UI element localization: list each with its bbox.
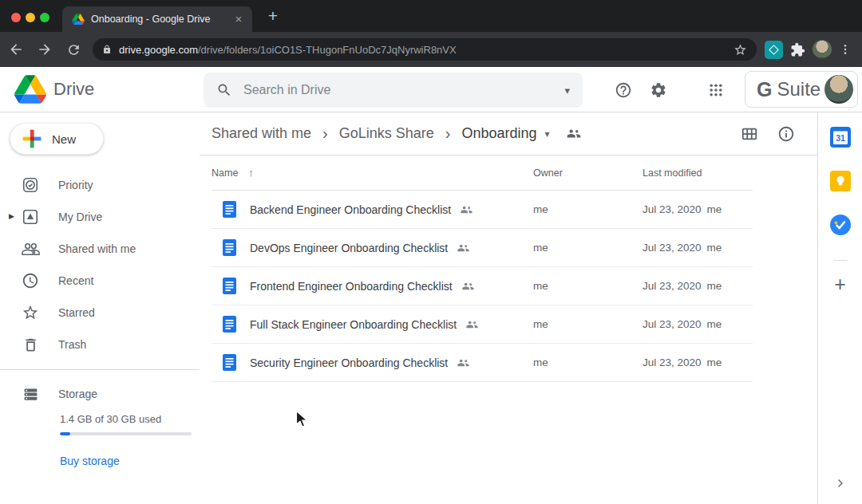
forward-icon[interactable] bbox=[32, 37, 57, 62]
sidebar-item-priority[interactable]: Priority bbox=[0, 169, 200, 201]
sidebar-item-label: Shared with me bbox=[58, 242, 136, 255]
breadcrumb-segment[interactable]: Shared with me bbox=[212, 125, 311, 142]
shared-indicator-icon bbox=[457, 358, 470, 368]
breadcrumb: Shared with me › GoLinks Share › Onboard… bbox=[200, 112, 817, 156]
table-row[interactable]: Frontend Engineer Onboarding Checklist m… bbox=[212, 267, 753, 305]
modified-by: me bbox=[707, 318, 722, 330]
drive-header: Drive Search in Drive ▾ G Suite bbox=[0, 67, 862, 112]
sidebar-item-label: Recent bbox=[58, 274, 93, 287]
shared-indicator-icon bbox=[457, 243, 470, 253]
modified-date: Jul 23, 2020 bbox=[643, 356, 702, 368]
modified-by: me bbox=[707, 242, 722, 254]
tab-title: Onboarding - Google Drive bbox=[91, 14, 231, 25]
new-button-label: New bbox=[52, 132, 76, 146]
gsuite-g-logo: G bbox=[757, 78, 772, 101]
modified-by: me bbox=[707, 356, 722, 368]
drive-favicon-icon bbox=[72, 14, 85, 25]
google-calendar-icon[interactable]: 31 bbox=[830, 127, 851, 148]
browser-toolbar: drive.google.com/drive/folders/1oiCO1S-T… bbox=[0, 32, 862, 67]
url-domain: drive.google.com bbox=[119, 44, 198, 56]
table-row[interactable]: Full Stack Engineer Onboarding Checklist… bbox=[212, 305, 753, 344]
modified-date: Jul 23, 2020 bbox=[643, 242, 702, 254]
buy-storage-link[interactable]: Buy storage bbox=[60, 455, 120, 467]
column-header-owner[interactable]: Owner bbox=[533, 167, 643, 179]
storage-usage-text: 1.4 GB of 30 GB used bbox=[60, 413, 200, 425]
browser-profile-avatar[interactable] bbox=[813, 40, 832, 59]
breadcrumb-current-folder[interactable]: Onboarding bbox=[461, 125, 536, 142]
add-panel-app-icon[interactable]: + bbox=[834, 274, 846, 294]
column-header-label: Name bbox=[212, 167, 238, 179]
sidebar-item-trash[interactable]: Trash bbox=[0, 329, 200, 360]
file-modified: Jul 23, 2020me bbox=[643, 280, 753, 292]
teal-extension-icon[interactable] bbox=[765, 41, 783, 59]
bookmark-star-icon[interactable] bbox=[733, 43, 747, 57]
chevron-right-icon: › bbox=[445, 124, 451, 143]
storage-icon bbox=[21, 386, 40, 403]
drive-wordmark: Drive bbox=[53, 79, 94, 100]
sidebar-item-shared-with-me[interactable]: Shared with me bbox=[0, 233, 200, 265]
sidebar-item-label: Trash bbox=[58, 338, 86, 351]
window-close-button[interactable] bbox=[11, 13, 21, 22]
help-icon[interactable] bbox=[614, 81, 633, 100]
sidebar-item-starred[interactable]: Starred bbox=[0, 297, 200, 329]
trash-icon bbox=[21, 335, 40, 354]
shared-indicator-icon bbox=[465, 320, 479, 329]
view-actions bbox=[741, 125, 795, 143]
table-row[interactable]: Backend Engineer Onboarding Checklist me… bbox=[212, 191, 753, 229]
google-keep-icon[interactable] bbox=[830, 171, 851, 191]
back-icon[interactable] bbox=[3, 37, 29, 62]
table-row[interactable]: DevOps Engineer Onboarding Checklist me … bbox=[212, 229, 753, 267]
info-icon[interactable] bbox=[777, 125, 795, 143]
column-header-last-modified[interactable]: Last modified bbox=[643, 167, 753, 179]
sidebar-item-my-drive[interactable]: ▶ My Drive bbox=[0, 201, 200, 233]
gsuite-account-badge[interactable]: G Suite bbox=[745, 71, 858, 108]
file-modified: Jul 23, 2020me bbox=[643, 242, 753, 254]
file-name: Security Engineer Onboarding Checklist bbox=[250, 356, 448, 369]
table-row[interactable]: Security Engineer Onboarding Checklist m… bbox=[212, 344, 753, 382]
clock-icon bbox=[21, 271, 40, 290]
folder-shared-icon bbox=[566, 128, 582, 140]
column-header-name[interactable]: Name ↑ bbox=[212, 167, 533, 179]
url-bar[interactable]: drive.google.com/drive/folders/1oiCO1S-T… bbox=[93, 38, 757, 61]
workspace-side-panel: 31 + bbox=[817, 112, 862, 504]
sidebar-item-storage[interactable]: Storage bbox=[0, 378, 200, 410]
expand-arrow-icon[interactable]: ▶ bbox=[9, 212, 14, 220]
search-options-caret-icon[interactable]: ▾ bbox=[564, 85, 570, 96]
storage-progress-fill bbox=[60, 432, 70, 435]
browser-menu-kebab-icon[interactable] bbox=[839, 43, 852, 56]
folder-menu-caret-icon[interactable]: ▾ bbox=[545, 128, 550, 140]
window-minimize-button[interactable] bbox=[26, 13, 35, 22]
url-text: drive.google.com/drive/folders/1oiCO1S-T… bbox=[119, 44, 733, 56]
breadcrumb-segment[interactable]: GoLinks Share bbox=[339, 125, 434, 142]
modified-by: me bbox=[707, 203, 722, 215]
modified-date: Jul 23, 2020 bbox=[643, 318, 702, 330]
account-avatar[interactable] bbox=[824, 75, 853, 104]
new-tab-button[interactable]: + bbox=[263, 7, 283, 26]
sidebar-item-recent[interactable]: Recent bbox=[0, 265, 200, 297]
star-icon bbox=[21, 303, 40, 322]
calendar-day-label: 31 bbox=[836, 133, 845, 143]
extensions-puzzle-icon[interactable] bbox=[790, 42, 805, 57]
tab-close-icon[interactable]: × bbox=[231, 12, 246, 26]
sidebar-nav: Priority ▶ My Drive bbox=[0, 169, 200, 360]
reload-icon[interactable] bbox=[61, 37, 86, 62]
file-owner: me bbox=[533, 356, 643, 368]
google-tasks-icon[interactable] bbox=[830, 215, 851, 235]
grid-view-icon[interactable] bbox=[741, 125, 758, 143]
browser-tab[interactable]: Onboarding - Google Drive × bbox=[62, 6, 252, 32]
settings-gear-icon[interactable] bbox=[649, 81, 668, 100]
drive-home-link[interactable]: Drive bbox=[14, 75, 94, 104]
search-input[interactable]: Search in Drive ▾ bbox=[204, 73, 583, 108]
modified-date: Jul 23, 2020 bbox=[643, 280, 702, 292]
file-name: Frontend Engineer Onboarding Checklist bbox=[250, 280, 453, 293]
window-zoom-button[interactable] bbox=[40, 13, 49, 22]
sort-ascending-icon[interactable]: ↑ bbox=[248, 167, 254, 179]
search-icon[interactable] bbox=[216, 82, 232, 98]
sidebar-item-label: Priority bbox=[58, 179, 93, 191]
google-apps-grid-icon[interactable] bbox=[706, 81, 726, 100]
shared-indicator-icon bbox=[460, 205, 473, 215]
shared-indicator-icon bbox=[461, 282, 475, 291]
new-button[interactable]: New bbox=[10, 123, 104, 155]
collapse-panel-chevron-icon[interactable] bbox=[834, 477, 847, 493]
side-panel-divider bbox=[833, 260, 848, 261]
